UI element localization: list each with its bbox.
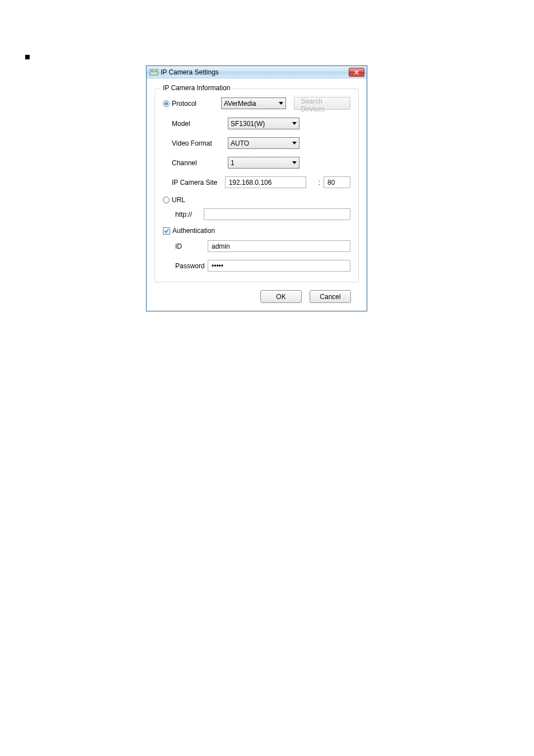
model-label: Model	[172, 120, 190, 128]
chevron-down-icon	[279, 102, 283, 105]
protocol-label: Protocol	[172, 100, 196, 108]
port-input[interactable]: 80	[324, 176, 350, 188]
svg-rect-1	[151, 71, 153, 72]
model-dropdown[interactable]: SF1301(W)	[228, 118, 299, 129]
search-devices-button: Search Devices	[294, 97, 350, 110]
video-format-dropdown[interactable]: AUTO	[228, 137, 299, 149]
channel-dropdown[interactable]: 1	[228, 157, 299, 169]
svg-rect-2	[154, 71, 157, 72]
ip-camera-information-group: IP Camera Information Protocol AVerMedia…	[154, 88, 359, 282]
password-label: Password	[175, 262, 205, 270]
bullet-marker	[25, 55, 30, 59]
protocol-radio[interactable]	[163, 100, 170, 107]
dialog-title: IP Camera Settings	[161, 68, 349, 76]
colon-separator: :	[318, 179, 320, 186]
protocol-dropdown[interactable]: AVerMedia	[221, 97, 286, 109]
video-format-label: Video Format	[172, 139, 212, 147]
ip-camera-settings-dialog: IP Camera Settings IP Camera Information…	[146, 66, 367, 311]
url-radio[interactable]	[163, 197, 170, 203]
chevron-down-icon	[292, 161, 297, 164]
chevron-down-icon	[292, 122, 297, 125]
password-input[interactable]: •••••	[208, 260, 350, 272]
model-value: SF1301(W)	[231, 120, 292, 128]
channel-value: 1	[231, 159, 292, 167]
app-icon	[149, 68, 158, 77]
ip-address-input[interactable]: 192.168.0.106	[225, 176, 306, 188]
url-input[interactable]	[204, 208, 350, 220]
authentication-label: Authentication	[172, 227, 215, 235]
cancel-button[interactable]: Cancel	[310, 290, 351, 303]
url-label: URL	[172, 196, 185, 204]
group-legend: IP Camera Information	[161, 84, 233, 92]
ok-button[interactable]: OK	[260, 290, 302, 303]
authentication-checkbox[interactable]	[163, 227, 170, 235]
id-input[interactable]: admin	[208, 240, 350, 252]
channel-label: Channel	[172, 159, 197, 167]
id-label: ID	[175, 242, 182, 250]
chevron-down-icon	[292, 142, 297, 144]
ip-camera-site-label: IP Camera Site	[172, 179, 217, 186]
http-label: http://	[175, 211, 192, 218]
close-button[interactable]	[349, 68, 364, 77]
protocol-value: AVerMedia	[224, 100, 279, 108]
video-format-value: AUTO	[231, 139, 292, 147]
title-bar: IP Camera Settings	[147, 66, 367, 78]
dialog-body: IP Camera Information Protocol AVerMedia…	[147, 78, 367, 311]
